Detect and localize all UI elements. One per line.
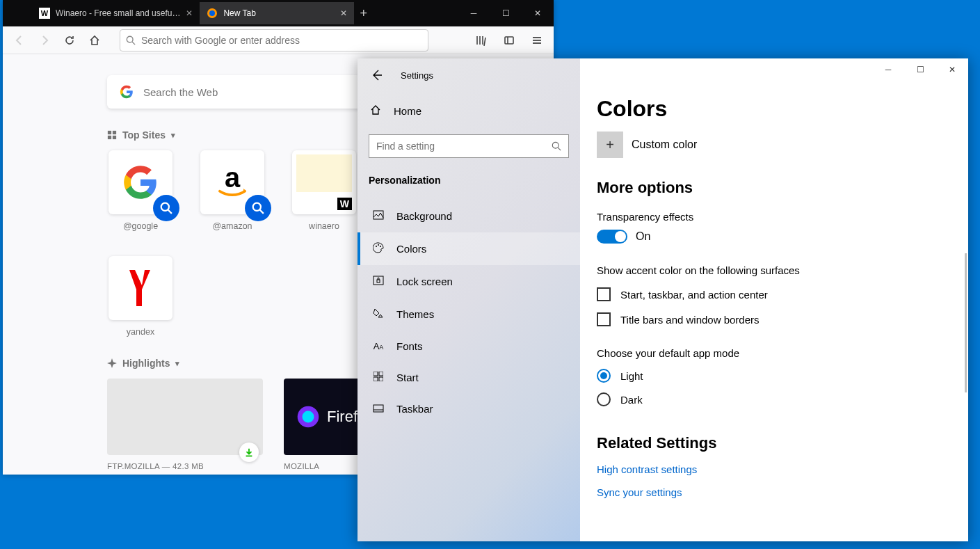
radio-icon [597,392,611,406]
tab-title: New Tab [223,8,255,18]
chevron-down-icon: ▾ [171,131,175,140]
home-icon [369,104,383,118]
sidebar-item-start[interactable]: Start [358,362,580,393]
settings-header: Settings [358,58,580,92]
nav-back-button[interactable] [8,29,31,51]
maximize-button[interactable]: ☐ [904,58,936,81]
reload-button[interactable] [58,29,81,51]
page-title: Colors [597,96,951,122]
plus-icon: + [597,132,623,158]
settings-search-input[interactable] [376,141,552,152]
sidebar-button[interactable] [498,29,520,51]
firefox-tabs: W Winaero - Free small and usefu… ✕ New … [32,2,354,24]
menu-label: Taskbar [396,403,433,415]
category-label: Personalization [358,168,580,193]
chevron-down-icon: ▾ [175,359,179,368]
checkbox-label: Start, taskbar, and action center [620,289,768,301]
svg-rect-9 [108,131,111,134]
menu-label: Colors [396,243,426,255]
svg-point-13 [161,203,169,211]
sidebar-item-lockscreen[interactable]: Lock screen [358,265,580,298]
close-button[interactable]: ✕ [936,58,968,81]
svg-rect-32 [379,377,383,381]
highlight-card[interactable]: FTP.MOZILLA — 42.3 MB [107,379,263,470]
radio-light[interactable]: Light [597,369,951,383]
link-sync-settings[interactable]: Sync your settings [597,486,951,498]
svg-point-25 [378,244,379,246]
menu-label: Start [396,372,419,383]
svg-line-22 [558,148,561,150]
fonts-icon: AA [371,341,385,351]
svg-rect-12 [113,136,116,139]
radio-label: Dark [620,394,643,406]
svg-rect-33 [373,405,383,412]
svg-rect-29 [373,372,378,376]
link-high-contrast[interactable]: High contrast settings [597,463,951,475]
minimize-button[interactable]: ─ [872,58,904,81]
checkbox-start-taskbar[interactable]: Start, taskbar, and action center [597,287,951,301]
search-icon [552,141,561,151]
sidebar-item-taskbar[interactable]: Taskbar [358,393,580,424]
settings-window-controls: ─ ☐ ✕ [872,58,968,81]
radio-label: Light [620,370,643,382]
firefox-window-controls: ─ ☐ ✕ [458,2,554,24]
checkbox-icon [597,312,611,326]
back-button[interactable] [369,67,385,83]
menu-label: Themes [396,308,434,320]
library-button[interactable] [470,29,492,51]
checkbox-titlebars[interactable]: Title bars and window borders [597,312,951,326]
svg-line-14 [168,210,172,214]
search-icon [126,35,136,45]
menu-button[interactable] [526,29,548,51]
svg-point-21 [552,142,559,148]
tab-winaero[interactable]: W Winaero - Free small and usefu… ✕ [32,2,200,24]
svg-point-20 [303,411,314,423]
tile-google[interactable]: @google [107,150,174,231]
svg-rect-4 [505,37,513,44]
section-label: Top Sites [122,129,166,141]
url-bar[interactable] [120,29,428,51]
transparency-toggle[interactable]: On [597,230,951,244]
nav-forward-button[interactable] [33,29,56,51]
sidebar-item-background[interactable]: Background [358,200,580,232]
menu-label: Fonts [396,340,423,352]
more-options-heading: More options [597,179,951,197]
tile-winaero[interactable]: W winaero [291,150,358,231]
minimize-button[interactable]: ─ [458,2,490,24]
accent-surfaces-label: Show accent color on the following surfa… [597,264,951,276]
sidebar-menu: Background Colors Lock screen Themes AA … [358,200,580,424]
tile-yandex[interactable]: yandex [107,256,174,337]
sidebar-item-colors[interactable]: Colors [358,232,580,265]
sparkle-icon [107,358,117,368]
close-button[interactable]: ✕ [522,2,554,24]
sidebar-item-fonts[interactable]: AA Fonts [358,331,580,362]
new-tab-button[interactable]: + [360,6,367,21]
settings-window: Settings Home Personalization Background… [358,58,968,541]
picture-icon [371,209,385,223]
tile-label: winaero [309,221,339,231]
firefox-nightly-icon [296,405,320,429]
google-logo-icon [122,164,159,200]
radio-dark[interactable]: Dark [597,392,951,406]
download-icon [239,443,259,462]
tab-title: Winaero - Free small and usefu… [56,8,180,18]
svg-point-16 [253,203,261,211]
menu-label: Lock screen [396,276,453,287]
home-button[interactable] [83,29,106,51]
scrollbar[interactable] [965,253,967,392]
url-input[interactable] [141,35,422,46]
highlight-meta: FTP.MOZILLA — 42.3 MB [107,455,263,470]
sidebar-item-themes[interactable]: Themes [358,298,580,331]
settings-search[interactable] [369,134,569,158]
tab-newtab[interactable]: New Tab ✕ [200,2,354,24]
section-label: Highlights [122,358,170,369]
custom-color-row[interactable]: + Custom color [597,132,951,158]
radio-icon [597,369,611,383]
maximize-button[interactable]: ☐ [490,2,522,24]
grid-icon [107,130,117,140]
sidebar-item-home[interactable]: Home [358,97,580,125]
close-tab-icon[interactable]: ✕ [340,8,347,18]
close-tab-icon[interactable]: ✕ [186,8,193,18]
tile-amazon[interactable]: a @amazon [199,150,266,231]
svg-text:a: a [225,162,241,193]
